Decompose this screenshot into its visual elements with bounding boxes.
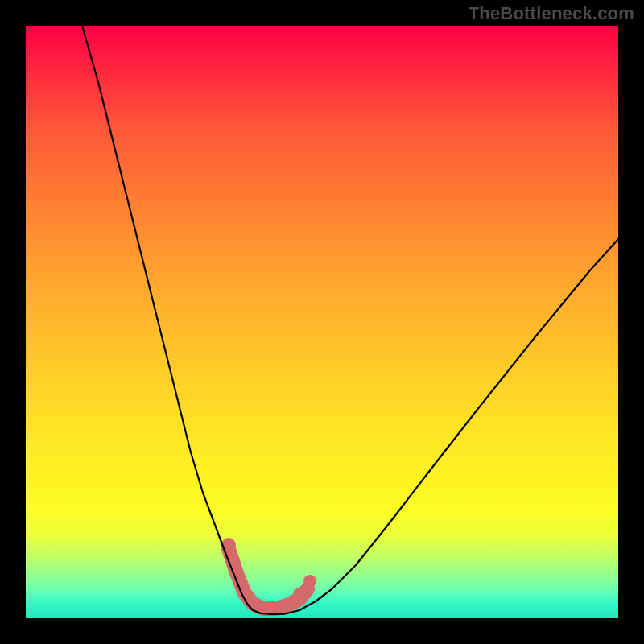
bottleneck-curve (82, 26, 618, 614)
plot-area (26, 26, 618, 618)
chart-frame: TheBottleneck.com (0, 0, 644, 644)
marker-dot-right-1 (293, 588, 306, 601)
optimal-range-marker (229, 549, 308, 609)
watermark-text: TheBottleneck.com (469, 3, 634, 24)
chart-svg (26, 26, 618, 618)
marker-dot-right-2 (303, 575, 316, 588)
